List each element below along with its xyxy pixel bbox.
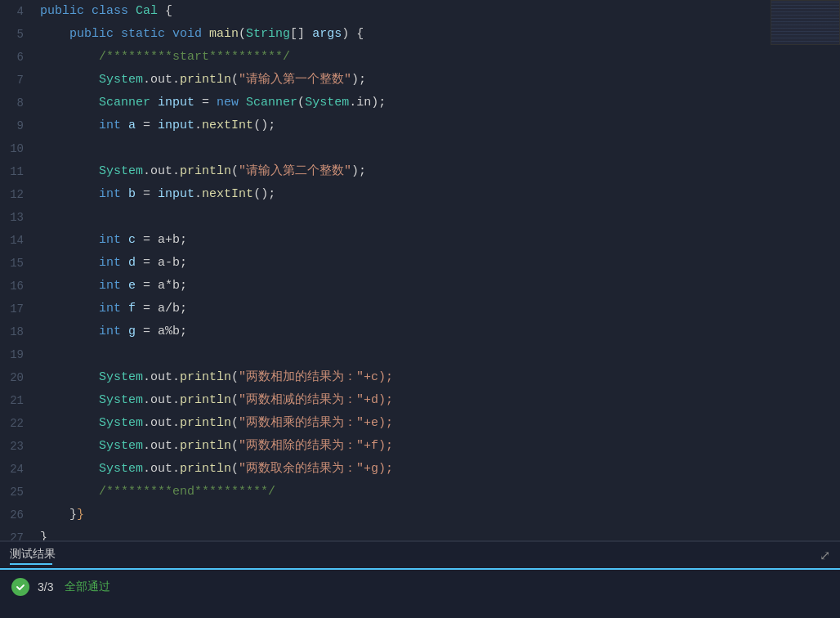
- code-token: (: [231, 73, 239, 87]
- line-number: 26: [0, 504, 37, 526]
- code-token: ();: [253, 119, 275, 132]
- line-number: 25: [0, 481, 37, 504]
- code-token: [121, 233, 128, 247]
- code-token: Scanner: [246, 96, 297, 110]
- code-content: System.out.println("两数相乘的结果为："+e);: [37, 412, 840, 435]
- code-token: System: [99, 370, 143, 384]
- code-token: [121, 325, 128, 338]
- code-token: ();: [253, 187, 275, 201]
- code-token: args: [312, 27, 342, 41]
- table-row: 4public class Cal {: [0, 0, 840, 23]
- table-row: 7 System.out.println("请输入第一个整数");: [0, 69, 840, 92]
- table-row: 19: [0, 343, 840, 366]
- code-token: nextInt: [202, 119, 253, 132]
- code-token: f: [128, 302, 136, 316]
- code-token: b: [128, 187, 136, 201]
- code-token: [40, 164, 99, 178]
- table-row: 25 /*********end**********/: [0, 481, 840, 504]
- table-row: 6 /*********start**********/: [0, 46, 840, 69]
- code-token: [40, 187, 99, 201]
- code-token: input: [158, 119, 194, 132]
- code-token: input: [158, 187, 194, 201]
- code-token: println: [180, 416, 231, 430]
- code-token: "请输入第一个整数": [239, 73, 351, 87]
- pass-check-icon: [11, 578, 29, 596]
- code-token: []: [290, 27, 312, 41]
- code-token: "两数相除的结果为："+f);: [239, 439, 393, 453]
- code-token: .out.: [143, 439, 180, 453]
- code-token: int: [99, 302, 121, 316]
- code-token: .out.: [143, 164, 180, 178]
- code-token: =: [136, 187, 158, 201]
- code-token: (: [297, 96, 305, 110]
- table-row: 5 public static void main(String[] args)…: [0, 23, 840, 46]
- code-token: int: [99, 325, 121, 338]
- code-token: static: [121, 27, 172, 41]
- table-row: 17 int f = a/b;: [0, 298, 840, 320]
- code-token: println: [180, 73, 231, 87]
- code-token: }: [40, 508, 77, 522]
- code-content: /*********end**********/: [37, 481, 840, 504]
- panel-title-wrapper: 测试结果: [10, 547, 56, 565]
- code-token: [121, 302, 128, 316]
- panel-title-underline: [10, 563, 52, 565]
- table-row: 23 System.out.println("两数相除的结果为："+f);: [0, 435, 840, 458]
- code-token: }: [40, 531, 47, 540]
- code-content: [37, 343, 840, 366]
- table-row: 18 int g = a%b;: [0, 320, 840, 343]
- code-content: System.out.println("两数相减的结果为："+d);: [37, 389, 840, 412]
- code-token: = a+b;: [136, 233, 187, 247]
- line-number: 23: [0, 435, 37, 458]
- expand-icon[interactable]: ⤢: [820, 548, 830, 564]
- code-token: [40, 73, 99, 87]
- code-token: System: [99, 462, 143, 476]
- code-token: );: [351, 164, 366, 178]
- code-token: new: [217, 96, 246, 110]
- code-token: [40, 416, 99, 430]
- code-token: main: [209, 27, 239, 41]
- table-row: 20 System.out.println("两数相加的结果为："+c);: [0, 366, 840, 389]
- code-token: [40, 119, 99, 132]
- line-number: 7: [0, 69, 37, 92]
- code-token: int: [99, 256, 121, 270]
- code-token: System: [305, 96, 349, 110]
- code-token: [40, 279, 99, 293]
- code-token: println: [180, 393, 231, 407]
- code-token: [121, 279, 128, 293]
- line-number: 11: [0, 160, 37, 183]
- code-token: [121, 256, 128, 270]
- code-token: nextInt: [202, 187, 253, 201]
- code-token: println: [180, 164, 231, 178]
- panel-header: 测试结果 ⤢: [0, 542, 840, 570]
- code-content: public class Cal {: [37, 0, 840, 23]
- table-row: 16 int e = a*b;: [0, 275, 840, 298]
- table-row: 26 }}: [0, 504, 840, 526]
- code-content: int g = a%b;: [37, 320, 840, 343]
- code-token: g: [128, 325, 136, 338]
- code-token: e: [128, 279, 136, 293]
- code-token: {: [158, 4, 172, 18]
- code-token: [40, 393, 99, 407]
- code-token: System: [99, 73, 143, 87]
- code-content: int b = input.nextInt();: [37, 183, 840, 206]
- code-token: "两数相减的结果为："+d);: [239, 393, 393, 407]
- code-token: public: [40, 4, 92, 18]
- code-token: [40, 256, 99, 270]
- code-content: System.out.println("请输入第一个整数");: [37, 69, 840, 92]
- code-token: [40, 462, 99, 476]
- code-token: = a%b;: [136, 325, 187, 338]
- code-token: System: [99, 164, 143, 178]
- line-number: 19: [0, 343, 37, 366]
- code-token: System: [99, 416, 143, 430]
- line-number: 12: [0, 183, 37, 206]
- code-token: .out.: [143, 370, 180, 384]
- line-number: 17: [0, 298, 37, 320]
- code-content: int e = a*b;: [37, 275, 840, 298]
- code-token: /*********end**********/: [40, 485, 275, 499]
- code-token: "两数相乘的结果为："+e);: [239, 416, 393, 430]
- table-row: 27}: [0, 526, 840, 540]
- panel-content: 3/3 全部通过: [0, 570, 840, 604]
- line-number: 22: [0, 412, 37, 435]
- code-token: [150, 96, 158, 110]
- code-token: (: [231, 370, 239, 384]
